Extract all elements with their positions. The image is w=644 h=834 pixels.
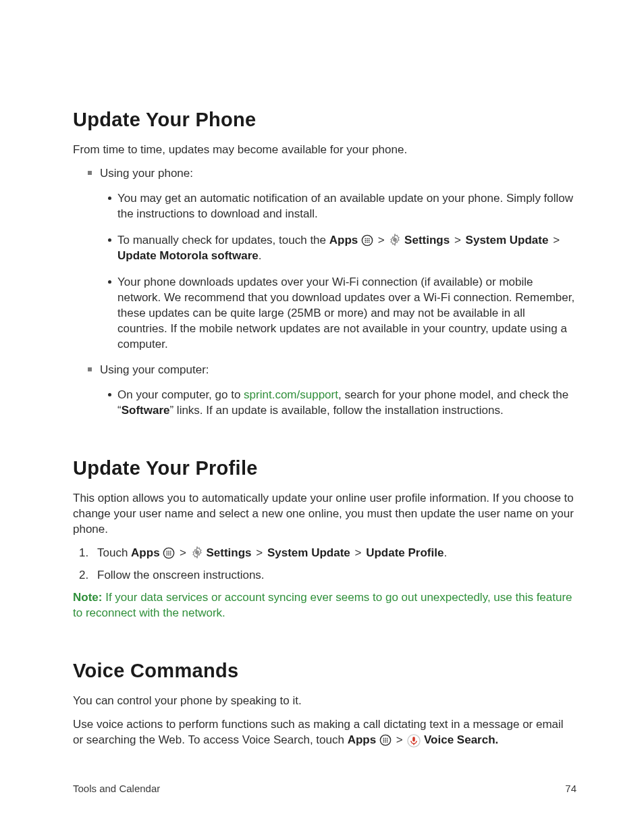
svg-point-16 [168,552,169,554]
text: Follow the onscreen instructions. [97,569,265,581]
label-system-update: System Update [267,546,350,559]
settings-icon [389,234,401,246]
apps-icon [379,734,392,746]
chevron: > [395,733,404,746]
svg-rect-33 [412,737,415,741]
sublist-using-computer: On your computer, go to sprint.com/suppo… [100,388,576,419]
chevron: > [254,546,264,559]
chevron: > [377,234,386,246]
svg-point-7 [365,242,366,243]
list-update-phone: Using your phone: You may get an automat… [73,166,576,419]
heading-voice-commands: Voice Commands [73,658,576,684]
svg-point-13 [168,551,169,552]
note-body: If your data services or account syncing… [73,591,572,619]
svg-point-27 [385,739,386,741]
svg-point-8 [367,242,368,243]
label-apps: Apps [348,733,377,746]
svg-point-5 [367,240,368,241]
label-apps: Apps [131,546,160,559]
period: . [259,249,262,262]
list-item: To manually check for updates, touch the… [117,233,576,264]
svg-point-21 [195,550,199,554]
section-update-profile: Update Your Profile This option allows y… [73,455,576,621]
svg-point-28 [387,739,388,741]
label-system-update: System Update [466,234,549,246]
label-update-motorola-software: Update Motorola software [117,249,259,262]
label-software: Software [122,404,170,417]
label-voice-search: Voice Search. [421,733,498,746]
text: On your computer, go to [117,388,244,401]
svg-point-9 [369,242,370,243]
svg-point-29 [383,741,384,743]
list-item: On your computer, go to sprint.com/suppo… [117,388,576,419]
page-footer: Tools and Calendar 74 [73,782,576,796]
list-item: Using your computer: On your computer, g… [100,363,576,419]
svg-point-19 [168,554,169,556]
svg-point-10 [394,238,398,242]
svg-point-17 [170,552,171,554]
svg-point-26 [383,739,384,741]
svg-point-31 [387,741,388,743]
list-item: Follow the onscreen instructions. [92,568,576,583]
steps-update-profile: Touch Apps > Settings > System Update > … [73,546,576,583]
chevron: > [354,546,363,559]
intro-update-profile: This option allows you to automatically … [73,491,576,538]
apps-icon [163,547,175,559]
list-item: You may get an automatic notification of… [117,191,576,222]
svg-point-20 [170,554,171,556]
footer-section-title: Tools and Calendar [73,782,160,796]
intro-update-phone: From time to time, updates may become av… [73,142,576,158]
apps-icon [361,234,373,246]
list-item: Touch Apps > Settings > System Update > … [92,546,576,561]
text: ” links. If an update is available, foll… [169,404,503,417]
section-voice-commands: Voice Commands You can control your phon… [73,658,576,748]
svg-point-15 [167,552,168,554]
text: Your phone downloads updates over your W… [117,276,574,350]
list-item: Using your phone: You may get an automat… [100,166,576,352]
label-apps: Apps [329,234,358,246]
heading-update-phone: Update Your Phone [73,107,576,133]
period: . [444,546,447,559]
section-update-phone: Update Your Phone From time to time, upd… [73,107,576,419]
svg-point-23 [383,737,384,739]
svg-point-25 [387,737,388,739]
p2-voice-commands: Use voice actions to perform functions s… [73,717,576,748]
link-sprint-support[interactable]: sprint.com/support [244,388,338,401]
list-item: Your phone downloads updates over your W… [117,275,576,353]
label-update-profile: Update Profile [366,546,444,559]
note-update-profile: Note: If your data services or account s… [73,590,576,621]
chevron: > [178,546,188,559]
svg-point-2 [367,238,368,239]
svg-point-4 [365,240,366,241]
text: Using your computer: [100,363,209,376]
svg-point-18 [167,554,168,556]
text: You may get an automatic notification of… [117,192,573,220]
p1-voice-commands: You can control your phone by speaking t… [73,694,576,709]
settings-icon [191,546,203,558]
voice-search-icon [407,734,421,748]
svg-point-6 [369,240,370,241]
text: Using your phone: [100,167,193,180]
chevron: > [552,234,561,246]
svg-point-24 [385,737,386,739]
footer-page-number: 74 [565,782,576,796]
note-label: Note: [73,591,102,604]
svg-point-14 [170,551,171,552]
label-settings: Settings [401,234,450,246]
sublist-using-phone: You may get an automatic notification of… [100,191,576,352]
label-settings: Settings [203,546,252,559]
text: To manually check for updates, touch the [117,234,329,246]
text: Touch [97,546,131,559]
chevron: > [453,234,462,246]
svg-point-1 [365,238,366,239]
svg-point-12 [167,551,168,552]
heading-update-profile: Update Your Profile [73,455,576,481]
svg-point-3 [369,238,370,239]
svg-point-30 [385,741,386,743]
